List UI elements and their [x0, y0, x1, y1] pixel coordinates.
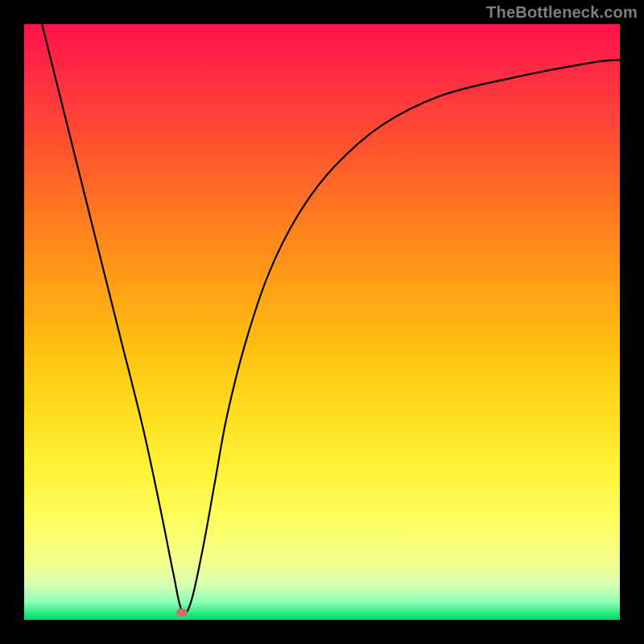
minimum-marker: [176, 609, 188, 617]
bottleneck-curve: [42, 24, 620, 613]
curve-svg: [24, 24, 620, 620]
plot-area: [24, 24, 620, 620]
watermark-text: TheBottleneck.com: [486, 3, 638, 22]
chart-frame: TheBottleneck.com: [0, 0, 644, 644]
